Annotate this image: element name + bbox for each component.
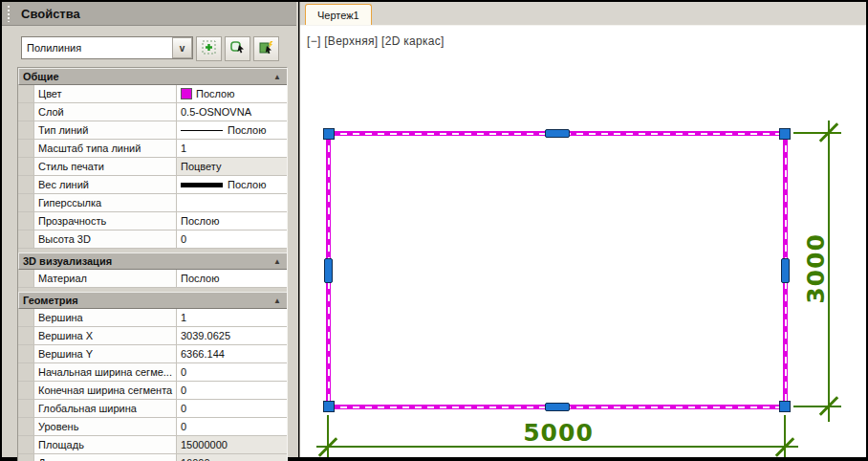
property-value[interactable]: 6366.144 [177,345,287,362]
property-value-text: 1 [181,143,186,154]
property-value-text: Поцвету [181,161,221,172]
tab-drawing1[interactable]: Чертеж1 [305,4,372,25]
row-gutter [18,270,34,287]
palette-title: Свойства [21,7,80,21]
property-value[interactable] [177,194,287,211]
property-row: Конечная ширина сегмента0 [18,382,287,400]
property-value-text: 0.5-OSNOVNA [181,106,251,118]
property-value[interactable]: 0 [177,363,287,381]
property-value[interactable]: Послою [177,270,287,287]
property-row: Глобальная ширина0 [18,400,287,418]
property-label: Материал [34,270,177,287]
row-gutter [18,85,34,102]
property-value[interactable]: 0 [177,230,287,248]
object-selector-row: Полилиния v [21,36,279,59]
property-row: ЦветПослою [18,85,287,103]
property-value[interactable]: 1 [177,140,287,157]
property-value[interactable]: 0 [177,418,287,435]
row-gutter [18,194,34,211]
section-title: Общие [23,71,59,82]
section-header[interactable]: Геометрия▲ [18,292,287,309]
drawing-tabbar: Чертеж1 [300,2,866,26]
quick-select-button[interactable] [253,36,279,61]
property-value-text: Послою [181,273,219,284]
property-value[interactable]: Послою [177,176,287,193]
property-value[interactable]: 0 [177,382,287,399]
property-label: Стиль печати [34,158,177,175]
row-gutter [18,230,34,248]
grip-midpoint-top[interactable] [545,129,570,138]
collapse-arrow-icon[interactable]: ▲ [273,73,281,81]
property-value-text: 16000 [181,457,210,461]
row-gutter [18,212,34,230]
grip-midpoint-right[interactable] [781,258,790,283]
property-value-text: Послою [196,88,234,99]
property-value[interactable]: Послою [177,121,287,139]
pickadd-toggle-button[interactable] [196,36,222,61]
property-label: Вес линий [34,176,177,193]
property-label: Высота 3D [34,230,177,248]
palette-titlebar[interactable]: Свойства [2,2,296,26]
select-objects-button[interactable] [225,36,250,61]
property-value[interactable]: 0.5-OSNOVNA [177,103,287,121]
property-label: Глобальная ширина [34,400,177,417]
chevron-down-icon[interactable]: v [172,37,192,58]
grip-midpoint-left[interactable] [324,258,333,283]
dim-ext-line-bottom-right[interactable] [793,406,841,407]
select-objects-icon [230,40,246,58]
row-gutter [18,327,34,344]
grip-corner-bottom-right[interactable] [779,401,791,412]
property-row: Высота 3D0 [18,230,287,249]
row-gutter [18,436,34,453]
property-value: 16000 [177,454,287,461]
property-label: Вершина Y [34,345,177,362]
dim-height-label[interactable]: 3000 [802,233,830,304]
dim-width-label[interactable]: 5000 [523,419,594,447]
grip-corner-top-left[interactable] [323,128,335,140]
grip-corner-bottom-left[interactable] [323,401,335,412]
property-value[interactable]: Послою [177,212,287,230]
palette-drag-handle-icon[interactable] [7,5,11,22]
property-value-text: Послою [228,124,266,136]
property-value-text: 0 [181,384,186,396]
quick-select-icon [259,40,274,58]
property-value[interactable]: 3039.0625 [177,327,287,344]
drawing-canvas[interactable]: Чертеж1 [−] [Верхняя] [2D каркас] [299,2,866,457]
row-gutter [18,400,34,417]
pickadd-toggle-icon [202,40,216,58]
property-value[interactable]: Послою [177,85,287,102]
property-label: Слой [34,103,177,121]
property-row: ПрозрачностьПослою [18,212,287,230]
section-title: Геометрия [23,295,78,306]
row-gutter [18,382,34,399]
row-gutter [18,418,34,435]
property-value: Поцвету [177,158,287,175]
grip-corner-top-right[interactable] [779,128,791,140]
dim-ext-line-top-right[interactable] [793,132,841,134]
grip-midpoint-bottom[interactable] [545,403,570,411]
property-value[interactable]: 0 [177,400,287,417]
row-gutter [18,363,34,381]
property-row: Вершина Y6366.144 [18,345,287,363]
section-header[interactable]: 3D визуализация▲ [18,252,287,270]
property-label: Уровень [34,418,177,435]
property-label: Конечная ширина сегмента [34,382,177,399]
property-label: Масштаб типа линий [34,140,177,157]
property-value-text: 0 [181,233,186,245]
object-type-value: Полилиния [22,42,81,54]
property-label: Начальная ширина сегме... [34,363,177,381]
property-value-text: 1 [181,312,186,323]
dim-ext-line-bottom-left[interactable] [327,415,329,457]
section-header[interactable]: Общие▲ [18,68,287,85]
dim-ext-line-bottom-right2[interactable] [784,415,786,457]
lineweight-sample-icon [181,183,223,187]
property-row: Уровень0 [18,418,287,436]
property-label: Тип линий [34,121,177,139]
property-label: Прозрачность [34,212,177,230]
property-label: Вершина [34,309,177,326]
collapse-arrow-icon[interactable]: ▲ [273,296,281,305]
object-type-dropdown[interactable]: Полилиния v [21,36,193,59]
property-value[interactable]: 1 [177,309,287,326]
row-gutter [18,121,34,139]
collapse-arrow-icon[interactable]: ▲ [273,257,281,266]
